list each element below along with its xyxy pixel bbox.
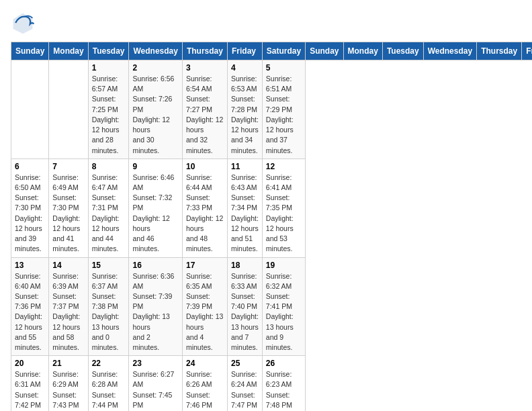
- day-number: 10: [186, 162, 224, 171]
- calendar-cell: 6Sunrise: 6:50 AM Sunset: 7:30 PM Daylig…: [11, 158, 49, 257]
- day-number: 23: [132, 359, 178, 368]
- day-info: Sunrise: 6:29 AM Sunset: 7:43 PM Dayligh…: [52, 369, 84, 411]
- calendar-cell: 5Sunrise: 6:51 AM Sunset: 7:29 PM Daylig…: [262, 60, 305, 159]
- calendar-cell: 4Sunrise: 6:53 AM Sunset: 7:28 PM Daylig…: [227, 60, 262, 159]
- day-info: Sunrise: 6:51 AM Sunset: 7:29 PM Dayligh…: [266, 74, 302, 156]
- day-info: Sunrise: 6:36 AM Sunset: 7:39 PM Dayligh…: [132, 271, 178, 353]
- calendar-cell: 24Sunrise: 6:26 AM Sunset: 7:46 PM Dayli…: [182, 356, 227, 411]
- day-info: Sunrise: 6:46 AM Sunset: 7:32 PM Dayligh…: [132, 173, 178, 255]
- column-header-tuesday: Tuesday: [88, 42, 129, 60]
- column-header-thursday: Thursday: [182, 42, 227, 60]
- column-header-sunday: Sunday: [306, 42, 343, 60]
- day-number: 16: [132, 261, 178, 270]
- column-header-monday: Monday: [343, 42, 382, 60]
- calendar-cell: 3Sunrise: 6:54 AM Sunset: 7:27 PM Daylig…: [182, 60, 227, 159]
- column-header-saturday: Saturday: [262, 42, 305, 60]
- calendar-cell: 22Sunrise: 6:28 AM Sunset: 7:44 PM Dayli…: [88, 356, 129, 411]
- day-info: Sunrise: 6:33 AM Sunset: 7:40 PM Dayligh…: [231, 271, 259, 353]
- day-number: 22: [92, 359, 126, 368]
- calendar-cell: 10Sunrise: 6:44 AM Sunset: 7:33 PM Dayli…: [182, 158, 227, 257]
- day-info: Sunrise: 6:50 AM Sunset: 7:30 PM Dayligh…: [15, 173, 45, 255]
- calendar-cell: 14Sunrise: 6:39 AM Sunset: 7:37 PM Dayli…: [49, 257, 88, 356]
- day-number: 13: [15, 261, 45, 270]
- calendar-cell: 2Sunrise: 6:56 AM Sunset: 7:26 PM Daylig…: [129, 60, 182, 159]
- day-info: Sunrise: 6:53 AM Sunset: 7:28 PM Dayligh…: [231, 74, 259, 156]
- day-number: 24: [186, 359, 224, 368]
- day-number: 17: [186, 261, 224, 270]
- day-number: 3: [186, 63, 224, 73]
- day-info: Sunrise: 6:26 AM Sunset: 7:46 PM Dayligh…: [186, 369, 224, 411]
- day-number: 25: [231, 359, 259, 368]
- calendar-cell: 12Sunrise: 6:41 AM Sunset: 7:35 PM Dayli…: [262, 158, 305, 257]
- day-info: Sunrise: 6:41 AM Sunset: 7:35 PM Dayligh…: [266, 173, 302, 255]
- column-header-friday: Friday: [227, 42, 262, 60]
- calendar-cell: 18Sunrise: 6:33 AM Sunset: 7:40 PM Dayli…: [227, 257, 262, 356]
- day-number: 12: [266, 162, 302, 171]
- day-number: 7: [52, 162, 84, 171]
- day-number: 15: [92, 261, 126, 270]
- column-header-wednesday: Wednesday: [423, 42, 476, 60]
- column-header-tuesday: Tuesday: [382, 42, 423, 60]
- column-header-friday: Friday: [522, 42, 532, 60]
- day-number: 21: [52, 359, 84, 368]
- calendar-cell: 23Sunrise: 6:27 AM Sunset: 7:45 PM Dayli…: [129, 356, 182, 411]
- day-number: 8: [92, 162, 126, 171]
- day-number: 1: [92, 63, 126, 73]
- calendar-cell: 25Sunrise: 6:24 AM Sunset: 7:47 PM Dayli…: [227, 356, 262, 411]
- calendar-cell: 21Sunrise: 6:29 AM Sunset: 7:43 PM Dayli…: [49, 356, 88, 411]
- calendar-header-row: SundayMondayTuesdayWednesdayThursdayFrid…: [11, 42, 533, 60]
- day-number: 14: [52, 261, 84, 270]
- calendar-cell: [49, 60, 88, 159]
- day-number: 19: [266, 261, 302, 270]
- day-info: Sunrise: 6:24 AM Sunset: 7:47 PM Dayligh…: [231, 369, 259, 411]
- day-info: Sunrise: 6:35 AM Sunset: 7:39 PM Dayligh…: [186, 271, 224, 353]
- day-info: Sunrise: 6:23 AM Sunset: 7:48 PM Dayligh…: [266, 369, 302, 411]
- day-info: Sunrise: 6:27 AM Sunset: 7:45 PM Dayligh…: [132, 369, 178, 411]
- calendar-cell: 7Sunrise: 6:49 AM Sunset: 7:30 PM Daylig…: [49, 158, 88, 257]
- calendar-cell: 16Sunrise: 6:36 AM Sunset: 7:39 PM Dayli…: [129, 257, 182, 356]
- column-header-thursday: Thursday: [477, 42, 522, 60]
- day-info: Sunrise: 6:39 AM Sunset: 7:37 PM Dayligh…: [52, 271, 84, 353]
- day-info: Sunrise: 6:47 AM Sunset: 7:31 PM Dayligh…: [92, 173, 126, 255]
- day-info: Sunrise: 6:54 AM Sunset: 7:27 PM Dayligh…: [186, 74, 224, 156]
- calendar-cell: 19Sunrise: 6:32 AM Sunset: 7:41 PM Dayli…: [262, 257, 305, 356]
- calendar-cell: 1Sunrise: 6:57 AM Sunset: 7:25 PM Daylig…: [88, 60, 129, 159]
- calendar-cell: 11Sunrise: 6:43 AM Sunset: 7:34 PM Dayli…: [227, 158, 262, 257]
- day-info: Sunrise: 6:49 AM Sunset: 7:30 PM Dayligh…: [52, 173, 84, 255]
- calendar-week-3: 13Sunrise: 6:40 AM Sunset: 7:36 PM Dayli…: [11, 257, 533, 356]
- day-number: 2: [132, 63, 178, 73]
- day-number: 26: [266, 359, 302, 368]
- day-number: 18: [231, 261, 259, 270]
- column-header-monday: Monday: [49, 42, 88, 60]
- calendar-table: SundayMondayTuesdayWednesdayThursdayFrid…: [11, 42, 532, 411]
- day-info: Sunrise: 6:44 AM Sunset: 7:33 PM Dayligh…: [186, 173, 224, 255]
- day-info: Sunrise: 6:37 AM Sunset: 7:38 PM Dayligh…: [92, 271, 126, 353]
- day-info: Sunrise: 6:57 AM Sunset: 7:25 PM Dayligh…: [92, 74, 126, 156]
- calendar-cell: 9Sunrise: 6:46 AM Sunset: 7:32 PM Daylig…: [129, 158, 182, 257]
- day-number: 5: [266, 63, 302, 73]
- day-number: 11: [231, 162, 259, 171]
- calendar-cell: 20Sunrise: 6:31 AM Sunset: 7:42 PM Dayli…: [11, 356, 49, 411]
- calendar-cell: 17Sunrise: 6:35 AM Sunset: 7:39 PM Dayli…: [182, 257, 227, 356]
- calendar-week-4: 20Sunrise: 6:31 AM Sunset: 7:42 PM Dayli…: [11, 356, 533, 411]
- day-info: Sunrise: 6:56 AM Sunset: 7:26 PM Dayligh…: [132, 74, 178, 156]
- day-number: 20: [15, 359, 45, 368]
- column-header-sunday: Sunday: [11, 42, 49, 60]
- calendar-week-1: 1Sunrise: 6:57 AM Sunset: 7:25 PM Daylig…: [11, 60, 533, 159]
- day-number: 9: [132, 162, 178, 171]
- logo: [11, 11, 38, 35]
- day-info: Sunrise: 6:32 AM Sunset: 7:41 PM Dayligh…: [266, 271, 302, 353]
- day-number: 4: [231, 63, 259, 73]
- calendar-cell: 15Sunrise: 6:37 AM Sunset: 7:38 PM Dayli…: [88, 257, 129, 356]
- page-header: [11, 11, 521, 35]
- calendar-cell: 26Sunrise: 6:23 AM Sunset: 7:48 PM Dayli…: [262, 356, 305, 411]
- calendar-week-2: 6Sunrise: 6:50 AM Sunset: 7:30 PM Daylig…: [11, 158, 533, 257]
- column-header-wednesday: Wednesday: [129, 42, 182, 60]
- calendar-cell: 13Sunrise: 6:40 AM Sunset: 7:36 PM Dayli…: [11, 257, 49, 356]
- day-number: 6: [15, 162, 45, 171]
- logo-icon: [11, 11, 35, 35]
- day-info: Sunrise: 6:28 AM Sunset: 7:44 PM Dayligh…: [92, 369, 126, 411]
- calendar-cell: [11, 60, 49, 159]
- day-info: Sunrise: 6:40 AM Sunset: 7:36 PM Dayligh…: [15, 271, 45, 353]
- day-info: Sunrise: 6:31 AM Sunset: 7:42 PM Dayligh…: [15, 369, 45, 411]
